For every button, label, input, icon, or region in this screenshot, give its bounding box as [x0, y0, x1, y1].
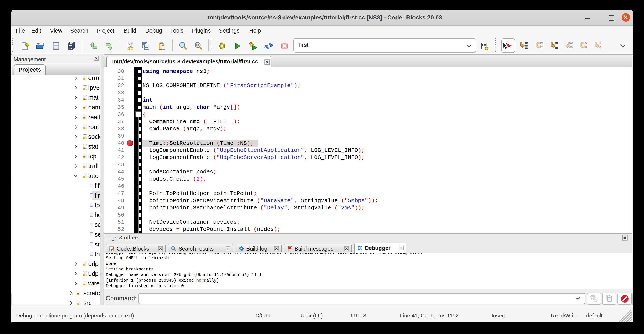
svg-text:R: R [196, 43, 199, 47]
